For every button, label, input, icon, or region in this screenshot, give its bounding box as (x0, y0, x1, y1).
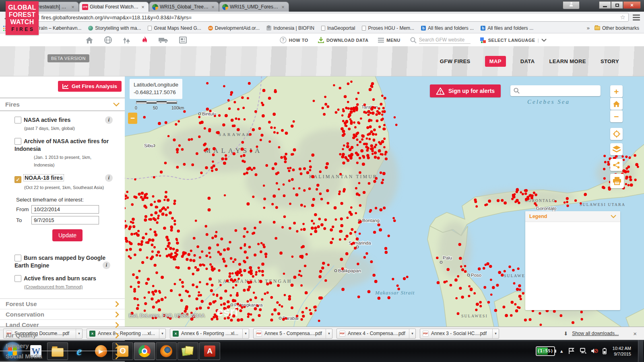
bookmark-item[interactable]: Proses HGU - Mem... (362, 25, 414, 31)
info-icon[interactable]: i (105, 116, 113, 124)
active-fires-burn-scars-checkbox[interactable] (14, 275, 21, 282)
download-item-menu-caret[interactable]: ▾ (159, 329, 165, 338)
sidebar-section-imagery[interactable]: Imagery (0, 341, 125, 351)
browser-menu-button[interactable] (632, 14, 641, 21)
layers-button[interactable] (610, 143, 623, 155)
browser-tab-tree-cover[interactable]: WRI15_Global_Tree_Cover × (149, 2, 219, 12)
bookmark-item[interactable]: bAll files and folders ... (421, 25, 474, 31)
bookmark-item[interactable]: InaGeoportal (321, 25, 355, 31)
from-date-input[interactable] (31, 205, 99, 214)
tray-expand-icon[interactable]: ▲ (559, 349, 564, 354)
download-item[interactable]: Annex 4 - Compensa....pdf▾ (336, 329, 416, 339)
get-fires-analysis-button[interactable]: Get Fires Analysis (58, 81, 122, 92)
nav-gfw-fires[interactable]: GFW FIRES (440, 58, 471, 64)
download-item-menu-caret[interactable]: ▾ (326, 329, 332, 338)
tab-close-icon[interactable]: × (140, 4, 146, 10)
sidebar-section-social-media[interactable]: Social Media (0, 351, 125, 362)
select-language-button[interactable]: SELECT LANGUAGE | (480, 37, 547, 43)
download-item[interactable]: XAnnex 6 - Reporting ....xl...▾ (170, 329, 249, 339)
minimize-button[interactable] (599, 1, 611, 9)
bookmark-item[interactable]: bAll files and folders ... (481, 25, 533, 31)
show-desktop-button[interactable] (638, 340, 643, 362)
bookmark-item[interactable]: Great Maps Need G... (148, 25, 201, 31)
close-button[interactable]: × (623, 1, 641, 9)
download-item[interactable]: Annex 3 - Social HC....pdf▾ (420, 329, 499, 339)
download-item-menu-caret[interactable]: ▾ (409, 329, 415, 338)
download-item-menu-caret[interactable]: ▾ (492, 329, 499, 338)
bookmarks-overflow-button[interactable]: » (587, 25, 590, 31)
sidebar-section-forest-use[interactable]: Forest Use (0, 299, 125, 309)
tab-close-icon[interactable]: × (280, 4, 286, 10)
map-canvas[interactable]: SARAWAKMALAYSIAKALIMANTAN TIMURKALIMANTA… (125, 76, 644, 327)
sidebar-section-land-cover[interactable]: Land Cover (0, 320, 125, 330)
tomnod-link[interactable]: (Crowdsourced from Tomnod) (24, 283, 114, 291)
zoom-in-button[interactable]: + (610, 85, 623, 97)
nav-map[interactable]: MAP (485, 56, 506, 67)
nasa-active-fires-checkbox[interactable] (14, 117, 21, 123)
info-icon[interactable]: i (105, 174, 113, 182)
taskbar-acrobat-button[interactable]: A (199, 342, 220, 360)
home-icon[interactable] (85, 37, 93, 44)
locate-button[interactable] (610, 128, 623, 140)
how-to-button[interactable]: ? HOW TO (280, 37, 308, 43)
taskbar-chrome-button[interactable] (134, 342, 155, 360)
map-search-box[interactable] (510, 85, 601, 96)
restore-button[interactable] (611, 1, 623, 9)
truck-icon[interactable] (159, 37, 168, 43)
sidebar-section-air-quality[interactable]: Air Quality (0, 330, 125, 341)
profile-button[interactable] (563, 1, 580, 9)
update-button[interactable]: Update (52, 229, 83, 241)
browser-tab-gfw-fires[interactable]: GFW Global Forest Watch Fires × (79, 2, 149, 12)
fires-icon[interactable] (142, 36, 148, 44)
globe-icon[interactable] (104, 36, 112, 44)
sidebar-section-conservation[interactable]: Conservation (0, 309, 125, 320)
show-all-downloads-link[interactable]: Show all downloads... (572, 331, 619, 336)
taskbar-clock[interactable]: 10:42 AM 9/7/2015 (611, 346, 634, 357)
other-bookmarks-button[interactable]: Other bookmarks (594, 25, 639, 31)
land-use-icon[interactable] (123, 37, 131, 44)
browser-tab-forest-update[interactable]: WRI15_UMD_Forest_Upda × (219, 2, 289, 12)
download-data-button[interactable]: DOWNLOAD DATA (318, 37, 368, 43)
battery-meter-widget[interactable]: (1:55) (536, 346, 555, 356)
nav-learn-more[interactable]: LEARN MORE (549, 58, 586, 64)
sign-up-for-alerts-button[interactable]: Sign up for alerts (430, 84, 501, 97)
fires-section-header[interactable]: Fires (0, 98, 125, 111)
gfw-search-input[interactable] (419, 36, 471, 44)
bookmark-item[interactable]: Storytelling with ma... (88, 25, 141, 31)
close-downloads-bar-icon[interactable]: × (633, 330, 637, 337)
map-search-input[interactable] (522, 87, 597, 94)
taskbar-notes-button[interactable] (178, 342, 198, 360)
burn-scars-checkbox[interactable] (14, 255, 21, 261)
info-icon[interactable]: i (103, 261, 110, 269)
taskbar-firefox-button[interactable] (156, 342, 177, 360)
news-icon[interactable] (179, 37, 187, 43)
nav-story[interactable]: STORY (601, 58, 619, 64)
noaa18-fires-checkbox[interactable]: ✓ (14, 176, 21, 183)
share-button[interactable] (610, 159, 623, 171)
address-bar[interactable]: fires.globalforestwatch.org/#v=map&x=118… (32, 13, 629, 22)
nasa-archive-checkbox[interactable] (14, 138, 21, 145)
download-item-menu-caret[interactable]: ▾ (242, 329, 249, 338)
download-item[interactable]: Annex 5 - Compensa....pdf▾ (253, 329, 332, 339)
print-button[interactable] (610, 174, 624, 188)
menu-button[interactable]: MENU (378, 38, 400, 43)
bookmark-star-icon[interactable]: ☆ (620, 14, 625, 21)
action-center-flag-icon[interactable] (568, 348, 575, 354)
gfw-search[interactable] (410, 36, 471, 44)
bookmark-item[interactable]: Indonesia | BIOFIN (266, 25, 314, 31)
gfw-fires-logo[interactable]: GLOBAL FOREST WATCH FIRES (6, 1, 39, 35)
url-text[interactable]: fires.globalforestwatch.org/#v=map&x=118… (41, 14, 618, 21)
volume-muted-icon[interactable] (591, 348, 598, 354)
bookmark-item[interactable]: ADDevelopmentAid.or... (208, 25, 260, 31)
legend-panel: Legend (525, 211, 620, 310)
battery-icon[interactable] (603, 348, 607, 354)
zoom-out-button[interactable]: − (610, 110, 623, 122)
to-date-input[interactable] (31, 216, 99, 224)
nav-data[interactable]: DATA (520, 58, 535, 64)
zoom-home-button[interactable] (610, 98, 623, 110)
network-icon[interactable] (579, 348, 586, 354)
legend-header[interactable]: Legend (525, 211, 620, 222)
sidebar-collapse-button[interactable]: − (128, 113, 137, 124)
tab-close-icon[interactable]: × (70, 4, 76, 10)
tab-close-icon[interactable]: × (210, 4, 216, 10)
